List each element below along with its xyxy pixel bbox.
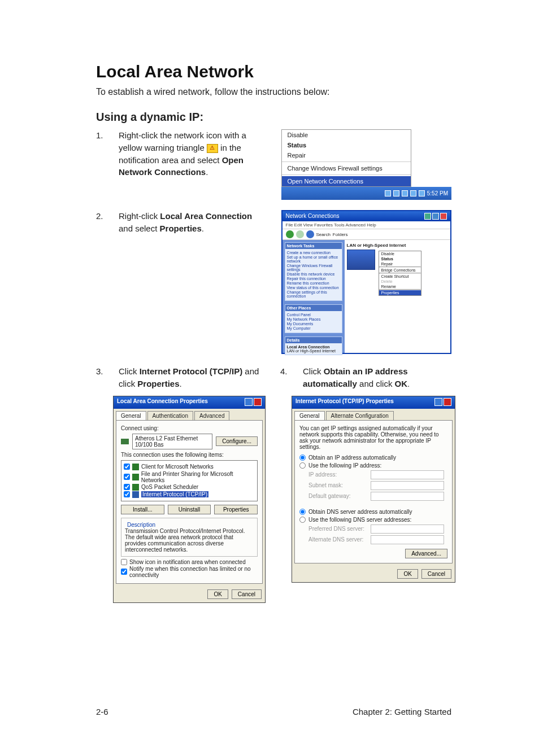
show-icon-checkbox[interactable] xyxy=(121,559,127,565)
menu-item-firewall[interactable]: Change Windows Firewall settings xyxy=(282,163,411,173)
ok-button[interactable]: OK xyxy=(397,569,418,579)
tab-general[interactable]: General xyxy=(294,411,325,420)
uninstall-button[interactable]: Uninstall xyxy=(168,505,211,514)
tab-authentication[interactable]: Authentication xyxy=(147,411,193,420)
sidebar-link[interactable]: Repair this connection xyxy=(287,277,340,281)
close-icon[interactable] xyxy=(254,398,262,406)
install-button[interactable]: Install... xyxy=(121,505,164,514)
maximize-icon[interactable] xyxy=(432,213,439,220)
client-icon xyxy=(132,464,139,470)
menu-item[interactable]: Bridge Connections xyxy=(379,268,421,273)
sidebar-link[interactable]: View status of this connection xyxy=(287,286,340,290)
window-title: Network Connections xyxy=(286,213,340,220)
menu-item-properties[interactable]: Properties xyxy=(379,290,421,295)
menu-item-status[interactable]: Status xyxy=(282,140,411,150)
context-menu: Disable Status Repair Bridge Connections… xyxy=(379,251,421,296)
checkbox[interactable] xyxy=(124,464,130,470)
step-text: Click Internet Protocol (TCP/IP) and cli… xyxy=(119,365,266,390)
menu-item-disable[interactable]: Disable xyxy=(282,130,411,140)
tray-icon[interactable] xyxy=(402,190,408,196)
section-heading: Using a dynamic IP: xyxy=(96,111,451,124)
close-icon[interactable] xyxy=(440,213,447,220)
menu-item[interactable]: Repair xyxy=(379,261,421,266)
list-item[interactable]: Client for Microsoft Networks xyxy=(141,464,214,470)
checkbox[interactable] xyxy=(124,491,130,497)
ok-button[interactable]: OK xyxy=(207,589,228,599)
lac-properties-dialog: Local Area Connection Properties General… xyxy=(113,396,266,603)
text: . xyxy=(180,379,182,388)
notify-checkbox[interactable] xyxy=(121,569,127,575)
sidebar-link[interactable]: Rename this connection xyxy=(287,281,340,285)
items-listbox[interactable]: Client for Microsoft Networks File and P… xyxy=(121,460,258,501)
obtain-dns-radio[interactable] xyxy=(299,509,306,515)
minimize-icon[interactable] xyxy=(424,213,431,220)
radio-label: Obtain DNS server address automatically xyxy=(308,509,412,515)
sidebar-link[interactable]: Change Windows Firewall settings xyxy=(287,264,340,272)
cancel-button[interactable]: Cancel xyxy=(421,569,451,579)
folders-button[interactable]: Folders xyxy=(333,232,348,237)
sidebar-link[interactable]: My Network Places xyxy=(287,317,340,321)
back-icon[interactable] xyxy=(286,230,294,238)
list-item[interactable]: File and Printer Sharing for Microsoft N… xyxy=(141,471,255,483)
radio-label: Use the following DNS server addresses: xyxy=(308,517,411,523)
advanced-button[interactable]: Advanced... xyxy=(405,549,447,558)
share-icon xyxy=(132,474,139,480)
forward-icon[interactable] xyxy=(296,230,304,238)
checkbox[interactable] xyxy=(124,484,130,490)
sidebar-link[interactable]: My Documents xyxy=(287,322,340,326)
subnet-field xyxy=(371,481,444,490)
adapter-icon xyxy=(121,439,129,444)
checkbox[interactable] xyxy=(124,474,130,480)
use-ip-radio[interactable] xyxy=(299,462,306,469)
close-icon[interactable] xyxy=(444,398,451,406)
menu-item[interactable]: Status xyxy=(379,256,421,261)
obtain-ip-radio[interactable] xyxy=(299,455,306,461)
use-dns-radio[interactable] xyxy=(299,517,306,523)
bold-text: Local Area Connection xyxy=(160,211,252,221)
sidebar-header: Details xyxy=(285,337,342,343)
sidebar-link[interactable]: Control Panel xyxy=(287,313,340,317)
up-icon[interactable] xyxy=(306,230,314,238)
sidebar-link[interactable]: Set up a home or small office network xyxy=(287,255,340,263)
intro-text: To establish a wired network, follow the… xyxy=(96,87,451,97)
dialog-titlebar: Internet Protocol (TCP/IP) Properties xyxy=(292,396,455,409)
tcpip-icon xyxy=(132,491,139,498)
list-item[interactable]: QoS Packet Scheduler xyxy=(141,484,198,490)
adns-field xyxy=(371,535,444,544)
sidebar-header: Other Places xyxy=(285,305,342,311)
tab-general[interactable]: General xyxy=(116,411,146,420)
category-label: LAN or High-Speed Internet xyxy=(347,242,449,248)
help-icon[interactable] xyxy=(245,398,253,406)
radio-label: Obtain an IP address automatically xyxy=(308,455,396,461)
configure-button[interactable]: Configure... xyxy=(216,436,258,446)
pdns-field xyxy=(371,525,444,534)
text: . xyxy=(206,167,208,177)
sidebar-header: Network Tasks xyxy=(285,243,342,249)
dialog-title: Internet Protocol (TCP/IP) Properties xyxy=(295,398,394,407)
cancel-button[interactable]: Cancel xyxy=(232,589,262,599)
menu-item-repair[interactable]: Repair xyxy=(282,150,411,160)
search-button[interactable]: Search xyxy=(316,232,331,237)
tray-icon[interactable] xyxy=(385,190,391,196)
list-item-selected[interactable]: Internet Protocol (TCP/IP) xyxy=(141,491,208,497)
sidebar-link[interactable]: Create a new connection xyxy=(287,251,340,255)
menu-item[interactable]: Disable xyxy=(379,251,421,256)
help-icon[interactable] xyxy=(434,398,442,406)
chapter-label: Chapter 2: Getting Started xyxy=(353,707,451,716)
window-menubar[interactable]: File Edit View Favorites Tools Advanced … xyxy=(282,221,451,229)
menu-item[interactable]: Create Shortcut xyxy=(379,274,421,279)
connection-icon[interactable] xyxy=(347,250,375,270)
properties-button[interactable]: Properties xyxy=(214,505,258,514)
separator xyxy=(282,161,411,162)
tray-icon[interactable] xyxy=(419,190,425,196)
sidebar-link[interactable]: My Computer xyxy=(287,326,340,330)
sidebar-link[interactable]: Change settings of this connection xyxy=(287,290,340,298)
tab-advanced[interactable]: Advanced xyxy=(194,411,229,420)
step-text: Right-click the network icon with a yell… xyxy=(119,129,267,178)
tab-alternate[interactable]: Alternate Configuration xyxy=(326,411,394,420)
tray-icon[interactable] xyxy=(410,190,416,196)
sidebar-link[interactable]: Disable this network device xyxy=(287,272,340,276)
tray-icon[interactable] xyxy=(393,190,399,196)
menu-item[interactable]: Rename xyxy=(379,284,421,289)
menu-item-open-connections[interactable]: Open Network Connections xyxy=(282,176,411,186)
